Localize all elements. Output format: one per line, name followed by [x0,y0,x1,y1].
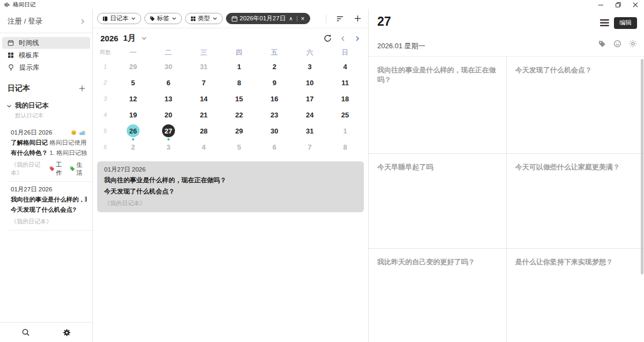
prompt-cell[interactable]: 我向往的事业是什么样的，现在正在做吗？ [369,57,506,153]
day-number: 25 [341,111,349,118]
calendar-day[interactable]: 4 [186,139,222,155]
prev-month-icon[interactable] [340,35,346,42]
diary-entry-card[interactable]: 01月26日 2026了解格间日记 格间日记使用一种…有什么特色？ 1. 格间日… [0,125,92,181]
calendar-day[interactable]: 22 [222,107,257,123]
day-number: 21 [200,111,207,118]
day-number: 6 [166,79,170,86]
calendar-day[interactable]: 13 [151,91,186,107]
calendar-day[interactable]: 1 [222,58,257,75]
calendar-day[interactable]: 7 [292,139,327,155]
calendar-day[interactable]: 9 [257,75,292,91]
filter-pill-3[interactable]: 2026年01月27日∧× [226,13,310,24]
calendar-day[interactable]: 23 [257,107,292,123]
calendar-month[interactable]: 1月 [123,33,135,43]
calendar-day[interactable]: 17 [292,91,327,107]
calendar-day[interactable]: 8 [327,139,363,155]
calendar-day[interactable]: 4 [327,58,363,75]
calendar-day[interactable]: 2 [115,139,151,155]
prompt-cell[interactable]: 今天发现了什么机会点？ [506,57,644,153]
scrollbar[interactable] [641,59,643,274]
calendar-day[interactable]: 30 [257,123,292,139]
calendar-day[interactable]: 21 [186,107,222,123]
prompt-cell[interactable]: 今天早睡早起了吗 [369,153,506,248]
filter-pill-2[interactable]: 类型 [185,13,223,24]
calendar-year[interactable]: 2026 [100,34,118,43]
diary-entry-card[interactable]: 01月27日 2026我向往的事业是什么样的，现在…今天发现了什么机会点?《我的… [0,182,92,230]
calendar-day[interactable]: 30 [151,58,186,75]
calendar-day[interactable]: 26 [115,123,151,139]
calendar-day[interactable]: 16 [257,91,292,107]
weekday-header: 一 [115,47,151,58]
tag-chip[interactable]: 生活 [70,161,87,177]
weekday-header: 三 [186,47,222,58]
next-month-icon[interactable] [354,35,361,42]
sort-icon[interactable] [336,14,344,23]
entry-list: 01月26日 2026了解格间日记 格间日记使用一种…有什么特色？ 1. 格间日… [0,120,92,231]
calendar-day[interactable]: 5 [115,75,151,91]
tag-chip[interactable]: 工作 [49,161,67,177]
edit-button[interactable]: 编辑 [614,17,637,29]
restore-button[interactable] [610,0,627,9]
calendar-day[interactable]: 10 [292,75,327,91]
weather-sun-icon[interactable] [629,40,637,48]
chevron-down-icon [213,16,217,21]
calendar-day[interactable]: 8 [222,75,257,91]
day-number: 11 [341,79,349,86]
notebook-row[interactable]: 我的日记本 [0,93,92,110]
calendar-day[interactable]: 31 [292,123,327,139]
calendar-day[interactable]: 5 [222,139,257,155]
entry-date: 01月27日 2026 [11,185,87,194]
calendar-day[interactable]: 25 [327,107,363,123]
gear-icon[interactable] [63,329,71,337]
sidebar-item-时间线[interactable]: 时间线 [2,37,90,49]
prompt-cell[interactable]: 我比昨天的自己变的更好了吗？ [369,248,506,342]
prompt-text: 是什么让你坚持下来实现梦想？ [515,257,635,267]
calendar-day[interactable]: 31 [186,58,222,75]
filter-pill-1[interactable]: 标签 [144,13,182,24]
calendar-day[interactable]: 6 [257,139,292,155]
menu-icon[interactable] [600,19,609,26]
filter-pill-0[interactable]: 日记本 [97,13,141,24]
sync-icon[interactable] [324,34,332,42]
app-window: 格间日记 注册 / 登录 时间线模板库提示库 日记本 我的日记本 默认日记本 0… [0,0,644,342]
search-icon[interactable] [21,328,30,337]
day-number: 3 [166,144,170,151]
entry-preview-card[interactable]: 01月27日 2026 我向往的事业是什么样的，现在正在做吗？ 今天发现了什么机… [97,161,364,212]
calendar-day[interactable]: 24 [292,107,327,123]
sidebar-item-模板库[interactable]: 模板库 [2,49,90,61]
calendar-day[interactable]: 1 [327,123,363,139]
calendar-day[interactable]: 11 [327,75,363,91]
calendar-day[interactable]: 20 [151,107,186,123]
collapse-icon[interactable]: ∧ [289,16,292,21]
login-row[interactable]: 注册 / 登录 [0,9,92,33]
entry-source: 《我的日记本》 [11,161,49,177]
calendar-day[interactable]: 27 [151,123,186,139]
calendar-day[interactable]: 18 [327,91,363,107]
calendar-day[interactable]: 3 [151,139,186,155]
calendar-day[interactable]: 28 [186,123,222,139]
sidebar: 注册 / 登录 时间线模板库提示库 日记本 我的日记本 默认日记本 01月26日… [0,9,92,342]
close-button[interactable] [627,0,644,9]
week-number: 6 [95,139,115,155]
calendar-day[interactable]: 7 [186,75,222,91]
calendar-day[interactable]: 6 [151,75,186,91]
close-filter-icon[interactable]: × [301,16,305,22]
calendar-day[interactable]: 14 [186,91,222,107]
minimize-button[interactable] [592,0,610,9]
calendar-day[interactable]: 2 [257,58,292,75]
calendar-day[interactable]: 19 [115,107,151,123]
calendar-day[interactable]: 12 [115,91,151,107]
calendar-day[interactable]: 3 [292,58,327,75]
calendar-day[interactable]: 29 [222,123,257,139]
add-entry-button[interactable] [354,14,362,23]
tag-icon[interactable] [598,40,606,48]
calendar-day[interactable]: 29 [115,58,151,75]
prompt-cell[interactable]: 是什么让你坚持下来实现梦想？ [506,248,644,342]
prompt-cell[interactable]: 今天可以做些什么让家庭更美满？ [506,153,644,248]
sidebar-item-提示库[interactable]: 提示库 [2,62,90,73]
type-grid-icon [191,16,196,21]
chevron-down-icon[interactable] [141,35,147,41]
calendar-day[interactable]: 15 [222,91,257,107]
add-notebook-button[interactable] [78,85,86,92]
mood-smiley-icon[interactable] [613,40,621,48]
